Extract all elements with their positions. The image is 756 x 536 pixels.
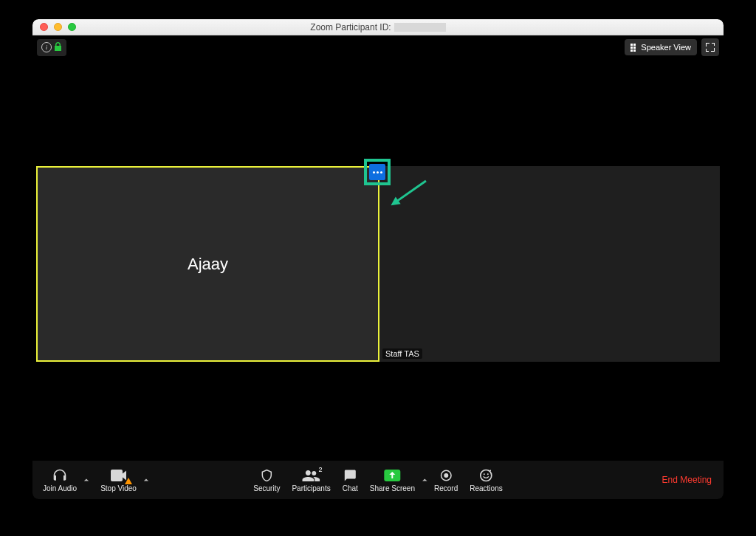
participant-tiles: Ajaay Staff TAS (36, 166, 720, 362)
audio-options-chevron[interactable] (83, 477, 90, 483)
warning-icon (125, 478, 132, 484)
record-label: Record (434, 484, 458, 492)
participant-tile-active[interactable]: Ajaay (36, 166, 379, 362)
window-controls (32, 23, 76, 31)
security-button[interactable]: Security (247, 461, 286, 499)
headphones-icon (52, 468, 68, 483)
zoom-window-button[interactable] (68, 23, 76, 31)
participant-name-large: Ajaay (188, 255, 228, 274)
window-title-redacted (394, 23, 446, 32)
stop-video-button[interactable]: Stop Video (94, 468, 142, 492)
close-window-button[interactable] (40, 23, 48, 31)
security-label: Security (253, 484, 280, 492)
participants-button[interactable]: 2 Participants (286, 461, 336, 499)
record-icon (439, 468, 453, 483)
svg-point-5 (484, 473, 485, 475)
encryption-lock-icon[interactable] (55, 42, 62, 53)
share-screen-label: Share Screen (370, 484, 415, 492)
reactions-button[interactable]: Reactions (464, 461, 508, 499)
record-button[interactable]: Record (428, 461, 464, 499)
view-controls: Speaker View (625, 38, 719, 56)
svg-point-4 (481, 470, 492, 481)
gallery-icon (630, 44, 637, 52)
svg-point-6 (487, 473, 489, 475)
participant-tile-other[interactable]: Staff TAS (379, 166, 720, 362)
participants-count-badge: 2 (317, 466, 324, 473)
share-options-chevron[interactable] (421, 477, 428, 483)
annotation-highlight (364, 159, 391, 185)
meeting-toolbar: Join Audio Stop Video Security (32, 461, 724, 499)
chat-label: Chat (343, 484, 358, 492)
share-screen-icon (384, 468, 400, 483)
video-options-chevron[interactable] (142, 477, 150, 483)
meeting-topbar: i Speaker View (32, 35, 724, 59)
people-icon: 2 (303, 468, 320, 483)
end-meeting-button[interactable]: End Meeting (655, 475, 719, 485)
svg-point-3 (444, 473, 448, 478)
window-title: Zoom Participant ID: (32, 22, 724, 32)
participant-more-button[interactable] (369, 164, 385, 180)
chat-icon (343, 468, 357, 483)
join-audio-label: Join Audio (43, 484, 77, 492)
share-screen-button[interactable]: Share Screen (364, 461, 421, 499)
video-area: Ajaay Staff TAS (32, 59, 724, 461)
speaker-view-button[interactable]: Speaker View (625, 39, 697, 55)
participant-name-label: Staff TAS (382, 348, 422, 359)
minimize-window-button[interactable] (54, 23, 62, 31)
smile-icon (478, 468, 493, 483)
fullscreen-button[interactable] (701, 38, 719, 56)
participants-label: Participants (292, 484, 330, 492)
reactions-label: Reactions (470, 484, 502, 492)
titlebar: Zoom Participant ID: (32, 19, 724, 35)
chat-button[interactable]: Chat (337, 461, 364, 499)
shield-icon (260, 468, 273, 483)
window-title-text: Zoom Participant ID: (310, 22, 391, 32)
fullscreen-icon (706, 43, 715, 52)
camera-icon (110, 468, 128, 483)
zoom-window: Zoom Participant ID: i Speaker View (32, 19, 724, 499)
stop-video-label: Stop Video (100, 484, 137, 492)
join-audio-button[interactable]: Join Audio (37, 468, 83, 492)
meeting-info-group: i (37, 39, 66, 56)
speaker-view-label: Speaker View (641, 43, 691, 52)
info-icon[interactable]: i (41, 42, 52, 52)
